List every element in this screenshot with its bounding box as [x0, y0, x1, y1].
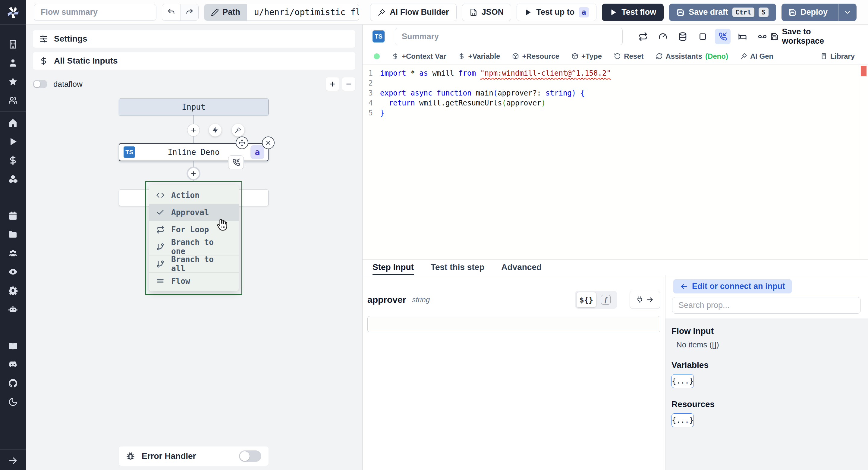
variables-object-chip[interactable]: {...} [672, 374, 694, 388]
resources-object-chip[interactable]: {...} [672, 413, 694, 427]
runs-play-icon[interactable] [0, 132, 26, 151]
suspend-phone-icon[interactable] [228, 155, 244, 169]
sidebar-divider [0, 449, 26, 449]
path-input[interactable] [247, 4, 359, 21]
mock-voicemail-icon[interactable] [755, 29, 770, 44]
error-handler-toggle[interactable] [239, 450, 261, 462]
connect-input-plug-button[interactable] [629, 291, 660, 309]
repeat-icon [156, 225, 164, 234]
app-sidebar [0, 0, 26, 470]
early-stop-square-icon[interactable] [695, 29, 711, 44]
assistants-button[interactable]: Assistants (Deno) [656, 52, 728, 61]
menu-item-for-loop[interactable]: For Loop [149, 221, 239, 238]
ai-flow-builder-label: AI Flow Builder [390, 7, 449, 17]
refresh-icon [656, 53, 663, 60]
audit-eye-icon[interactable] [0, 262, 26, 281]
approver-value-input[interactable] [367, 316, 660, 332]
add-context-var-button[interactable]: +Context Var [392, 52, 446, 61]
concurrency-gauge-icon[interactable] [655, 29, 671, 44]
workspace-building-icon[interactable] [0, 35, 26, 54]
error-handler-card[interactable]: Error Handler [119, 446, 269, 466]
undo-redo-group [162, 4, 198, 21]
cache-database-icon[interactable] [675, 29, 691, 44]
arrow-right-icon [646, 296, 654, 304]
tab-advanced[interactable]: Advanced [501, 260, 541, 275]
collapse-arrow-icon[interactable] [0, 451, 26, 470]
folders-icon[interactable] [0, 225, 26, 244]
git-branch-icon [156, 260, 164, 268]
home-icon[interactable] [0, 114, 26, 132]
reset-label: Reset [624, 52, 644, 61]
lsp-status-dot [374, 53, 380, 59]
variables-heading: Variables [672, 361, 868, 370]
add-type-button[interactable]: +Type [571, 52, 602, 61]
windmill-logo[interactable] [0, 0, 26, 25]
redo-button[interactable] [180, 4, 198, 21]
resources-cubes-icon[interactable] [0, 169, 26, 188]
edit-or-connect-button[interactable]: Edit or connect an input [673, 279, 792, 293]
suspend-phone-icon[interactable] [715, 29, 731, 44]
flow-summary-input[interactable] [34, 4, 156, 21]
dark-mode-moon-icon[interactable] [0, 393, 26, 411]
ai-gen-button[interactable]: AI Gen [740, 52, 773, 61]
schedules-calendar-icon[interactable] [0, 207, 26, 225]
tab-test-this-step[interactable]: Test this step [431, 260, 484, 275]
user-icon[interactable] [0, 54, 26, 72]
deploy-button[interactable]: Deploy [782, 4, 834, 21]
tab-step-input[interactable]: Step Input [373, 260, 414, 275]
settings-gear-icon[interactable] [0, 281, 26, 300]
test-flow-button[interactable]: Test flow [602, 4, 664, 21]
library-button[interactable]: Library [820, 52, 855, 61]
delete-node-button[interactable] [262, 136, 275, 149]
inline-deno-label: Inline Deno [167, 148, 219, 157]
template-mode-button[interactable]: ${} [577, 292, 596, 307]
sidebar-divider [0, 112, 26, 112]
undo-button[interactable] [162, 4, 180, 21]
menu-item-flow[interactable]: Flow [149, 272, 239, 289]
add-variable-button[interactable]: +Variable [458, 52, 500, 61]
ai-flow-builder-button[interactable]: AI Flow Builder [370, 4, 457, 21]
deploy-dropdown-button[interactable] [838, 4, 856, 21]
robot-icon[interactable] [0, 300, 26, 318]
groups-icon[interactable] [0, 91, 26, 110]
add-resource-button[interactable]: +Resource [512, 52, 559, 61]
flow-input-empty: No items ([]) [676, 340, 868, 349]
variables-dollar-icon[interactable] [0, 151, 26, 169]
save-to-workspace-label: Save to workspace [782, 27, 855, 46]
path-button[interactable]: Path [204, 4, 247, 21]
sleep-bed-icon[interactable] [735, 29, 750, 44]
menu-item-approval[interactable]: Approval [149, 203, 239, 221]
json-button[interactable]: JSON [462, 4, 512, 21]
input-node[interactable]: Input [119, 98, 269, 115]
move-node-button[interactable] [236, 136, 248, 149]
error-overview-mark [861, 66, 867, 76]
field-name: approver [367, 295, 406, 305]
insert-step-button[interactable] [187, 124, 200, 136]
save-draft-button[interactable]: Save draft Ctrl S [669, 4, 776, 21]
reset-button[interactable]: Reset [614, 52, 644, 61]
flow-input-heading: Flow Input [672, 326, 868, 336]
save-icon [788, 8, 796, 16]
search-prop-input[interactable] [672, 297, 861, 314]
save-draft-label: Save draft [689, 7, 728, 17]
github-icon[interactable] [0, 374, 26, 393]
retry-icon[interactable] [635, 29, 651, 44]
menu-item-action[interactable]: Action [149, 187, 239, 203]
summary-input[interactable] [395, 28, 623, 45]
save-to-workspace-button[interactable]: Save to workspace [770, 27, 855, 46]
menu-item-branch-to-one[interactable]: Branch to one [149, 238, 239, 255]
discord-icon[interactable] [0, 355, 26, 374]
trigger-zap-button[interactable] [209, 124, 221, 136]
prop-picker-panel: Edit or connect an input Flow Input No i… [665, 275, 868, 470]
javascript-mode-button[interactable]: f [596, 292, 615, 307]
editor-actions-row: +Context Var +Variable +Resource +Type R… [363, 48, 868, 64]
test-up-to-button[interactable]: Test up to a [517, 4, 596, 21]
package-icon [512, 53, 519, 60]
add-step-button[interactable] [187, 167, 200, 181]
ai-wand-button[interactable] [232, 124, 244, 136]
workers-group-icon[interactable] [0, 244, 26, 262]
menu-item-branch-to-all[interactable]: Branch to all [149, 255, 239, 272]
favorites-star-icon[interactable] [0, 72, 26, 91]
docs-book-icon[interactable] [0, 337, 26, 355]
code-editor[interactable]: 1import * as wmill from "npm:windmill-cl… [363, 64, 868, 259]
